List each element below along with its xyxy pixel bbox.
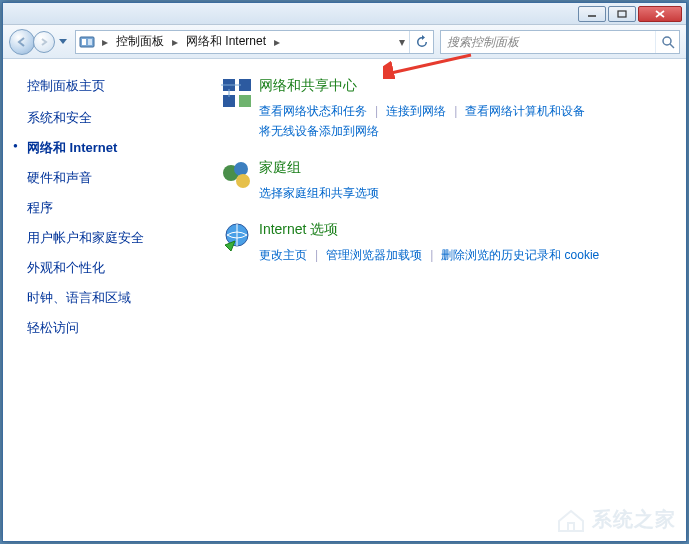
sidebar-item[interactable]: 网络和 Internet — [27, 139, 203, 157]
control-panel-icon — [76, 34, 98, 50]
minimize-button[interactable] — [578, 6, 606, 22]
link[interactable]: 管理浏览器加载项 — [326, 248, 422, 262]
section-icon — [215, 221, 259, 265]
section-links: 选择家庭组和共享选项 — [259, 183, 674, 203]
section-title[interactable]: 网络和共享中心 — [259, 77, 674, 95]
sidebar-item[interactable]: 时钟、语言和区域 — [27, 289, 203, 307]
main-content: 网络和共享中心查看网络状态和任务|连接到网络|查看网络计算机和设备将无线设备添加… — [203, 59, 686, 541]
sidebar: 控制面板主页 系统和安全网络和 Internet硬件和声音程序用户帐户和家庭安全… — [3, 59, 203, 541]
nav-buttons — [9, 29, 69, 55]
search-input[interactable] — [441, 35, 655, 49]
breadcrumb-network-internet[interactable]: 网络和 Internet — [182, 33, 270, 50]
control-panel-window: ▸ 控制面板 ▸ 网络和 Internet ▸ ▾ 控制面板主页 系统和安全网络… — [2, 2, 687, 542]
section-links: 查看网络状态和任务|连接到网络|查看网络计算机和设备将无线设备添加到网络 — [259, 101, 674, 141]
sidebar-item[interactable]: 程序 — [27, 199, 203, 217]
breadcrumb-control-panel[interactable]: 控制面板 — [112, 33, 168, 50]
sidebar-item[interactable]: 系统和安全 — [27, 109, 203, 127]
section-icon — [215, 159, 259, 203]
breadcrumb-chevron[interactable]: ▸ — [270, 35, 284, 49]
sidebar-item[interactable]: 外观和个性化 — [27, 259, 203, 277]
refresh-button[interactable] — [409, 31, 433, 53]
link[interactable]: 查看网络状态和任务 — [259, 104, 367, 118]
sidebar-item[interactable]: 硬件和声音 — [27, 169, 203, 187]
link[interactable]: 删除浏览的历史记录和 cookie — [441, 248, 599, 262]
link[interactable]: 选择家庭组和共享选项 — [259, 186, 379, 200]
close-button[interactable] — [638, 6, 682, 22]
address-bar[interactable]: ▸ 控制面板 ▸ 网络和 Internet ▸ ▾ — [75, 30, 434, 54]
recent-pages-dropdown[interactable] — [57, 36, 69, 48]
link[interactable]: 连接到网络 — [386, 104, 446, 118]
forward-button[interactable] — [33, 31, 55, 53]
navbar: ▸ 控制面板 ▸ 网络和 Internet ▸ ▾ — [3, 25, 686, 59]
sidebar-title[interactable]: 控制面板主页 — [27, 77, 203, 95]
svg-rect-6 — [88, 39, 92, 45]
back-button[interactable] — [9, 29, 35, 55]
search-button[interactable] — [655, 31, 679, 53]
link[interactable]: 查看网络计算机和设备 — [465, 104, 585, 118]
svg-point-18 — [236, 174, 250, 188]
section-title[interactable]: Internet 选项 — [259, 221, 674, 239]
section-icon — [215, 77, 259, 141]
breadcrumb-chevron[interactable]: ▸ — [98, 35, 112, 49]
section-links: 更改主页|管理浏览器加载项|删除浏览的历史记录和 cookie — [259, 245, 674, 265]
search-box[interactable] — [440, 30, 680, 54]
svg-line-8 — [670, 44, 674, 48]
section-title[interactable]: 家庭组 — [259, 159, 674, 177]
body: 控制面板主页 系统和安全网络和 Internet硬件和声音程序用户帐户和家庭安全… — [3, 59, 686, 541]
sidebar-item[interactable]: 用户帐户和家庭安全 — [27, 229, 203, 247]
svg-point-17 — [234, 162, 248, 176]
sidebar-item[interactable]: 轻松访问 — [27, 319, 203, 337]
maximize-button[interactable] — [608, 6, 636, 22]
svg-rect-13 — [239, 95, 251, 107]
link[interactable]: 将无线设备添加到网络 — [259, 124, 379, 138]
titlebar — [3, 3, 686, 25]
breadcrumb-chevron[interactable]: ▸ — [168, 35, 182, 49]
section: 家庭组选择家庭组和共享选项 — [215, 159, 674, 203]
section: 网络和共享中心查看网络状态和任务|连接到网络|查看网络计算机和设备将无线设备添加… — [215, 77, 674, 141]
svg-rect-5 — [82, 39, 86, 45]
section: Internet 选项更改主页|管理浏览器加载项|删除浏览的历史记录和 cook… — [215, 221, 674, 265]
address-history-dropdown[interactable]: ▾ — [395, 35, 409, 49]
svg-rect-1 — [618, 11, 626, 17]
svg-point-7 — [663, 37, 671, 45]
link[interactable]: 更改主页 — [259, 248, 307, 262]
